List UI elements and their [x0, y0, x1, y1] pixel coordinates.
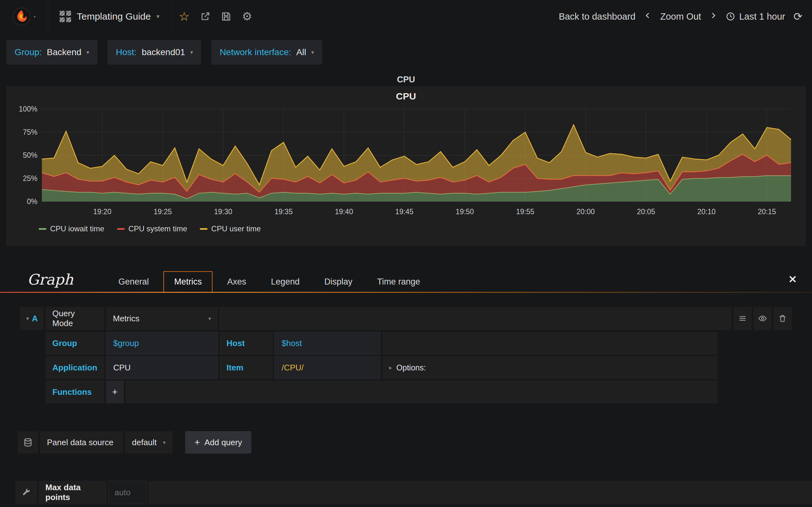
grafana-logo-menu[interactable]: ▾ [0, 0, 48, 33]
svg-text:20:05: 20:05 [637, 208, 655, 216]
svg-text:20:10: 20:10 [698, 208, 716, 216]
query-toggle-visibility-button[interactable] [753, 307, 772, 330]
close-icon [788, 274, 798, 284]
dashboard-actions: ☆ ⚙ [171, 0, 260, 33]
svg-text:19:40: 19:40 [335, 208, 353, 216]
query-menu-button[interactable] [733, 307, 752, 330]
series-color-icon [117, 228, 125, 230]
host-field-value: $host [282, 338, 302, 348]
svg-text:50%: 50% [23, 151, 38, 159]
datasource-select[interactable]: default ▾ [125, 431, 172, 453]
tab-time-range[interactable]: Time range [367, 272, 430, 292]
panel-editor-header: Graph GeneralMetricsAxesLegendDisplayTim… [0, 271, 812, 293]
back-to-dashboard-button[interactable]: Back to dashboard [559, 11, 636, 22]
query-ref-letter: A [32, 314, 38, 324]
legend-label: CPU user time [211, 224, 261, 233]
row-filler [148, 481, 812, 504]
clock-icon [726, 12, 735, 21]
editor-tabs: GeneralMetricsAxesLegendDisplayTime rang… [108, 271, 430, 292]
wrench-icon [21, 488, 31, 497]
variable-value: Backend [47, 47, 82, 57]
dashboard-grid-icon [60, 11, 71, 22]
functions-label: Functions [45, 381, 104, 403]
svg-text:19:30: 19:30 [214, 208, 233, 216]
panel-title[interactable]: CPU [0, 72, 812, 86]
caret-down-icon: ▾ [163, 440, 165, 446]
database-icon [23, 438, 33, 447]
save-dashboard-button[interactable] [216, 0, 237, 33]
template-variables-row: Group:Backend▾Host:backend01▾Network int… [0, 33, 812, 72]
zoom-out-button[interactable]: Zoom Out [660, 11, 701, 22]
tab-metrics[interactable]: Metrics [163, 271, 212, 292]
query-row-a: ▾ A Query Mode Metrics ▾ [20, 307, 792, 330]
share-dashboard-button[interactable] [195, 0, 216, 33]
cpu-graph[interactable]: 0%25%50%75%100%19:2019:2519:3019:3519:40… [11, 104, 801, 220]
dashboard-picker[interactable]: Templating Guide ▾ [48, 0, 171, 33]
plus-icon: + [194, 437, 200, 448]
chevron-right-icon [709, 10, 717, 21]
series-color-icon [39, 228, 46, 230]
tab-legend[interactable]: Legend [261, 272, 310, 292]
time-picker-button[interactable]: Last 1 hour [726, 11, 785, 22]
settings-button[interactable]: ⚙ [237, 0, 258, 33]
item-field-input[interactable]: /CPU/ [274, 356, 380, 379]
group-field-input[interactable]: $group [106, 332, 218, 354]
application-field-label: Application [45, 356, 104, 379]
menu-icon [738, 314, 747, 323]
caret-down-icon: ▾ [87, 49, 90, 56]
query-mode-select[interactable]: Metrics ▾ [106, 307, 218, 330]
legend-item[interactable]: CPU user time [200, 224, 261, 233]
variable-networkinterface-dropdown[interactable]: Network interface:All▾ [211, 40, 322, 65]
close-editor-button[interactable] [788, 274, 798, 288]
application-field-input[interactable]: CPU [106, 356, 218, 379]
refresh-button[interactable]: ⟳ [794, 10, 803, 23]
datasource-value: default [132, 438, 157, 447]
navbar-right: Back to dashboard Zoom Out Last 1 hour ⟳ [559, 0, 812, 33]
variable-host-dropdown[interactable]: Host:backend01▾ [107, 40, 201, 65]
query-row-group-host: Group $group Host $host [20, 332, 717, 354]
caret-down-icon: ▾ [34, 15, 36, 18]
variable-group-dropdown[interactable]: Group:Backend▾ [6, 40, 97, 65]
svg-text:19:20: 19:20 [93, 208, 112, 216]
graph-panel: CPU 0%25%50%75%100%19:2019:2519:3019:351… [6, 86, 806, 246]
datasource-row: Panel data source default ▾ + Add query [18, 431, 812, 453]
caret-down-icon: ▾ [156, 13, 159, 20]
caret-right-icon: ▸ [389, 364, 392, 371]
caret-down-icon: ▾ [311, 49, 314, 56]
options-label: Options: [397, 363, 426, 372]
tab-axes[interactable]: Axes [217, 272, 256, 292]
caret-down-icon: ▾ [26, 315, 29, 322]
query-mode-value: Metrics [113, 314, 140, 324]
host-field-input[interactable]: $host [274, 332, 380, 354]
max-data-points-row: Max data points [15, 481, 812, 504]
variable-label: Host: [116, 47, 136, 57]
time-shift-right-button[interactable] [709, 10, 717, 23]
item-field-value: /CPU/ [282, 363, 304, 373]
item-field-label: Item [219, 356, 273, 379]
legend-label: CPU iowait time [50, 224, 104, 233]
add-query-button[interactable]: + Add query [185, 431, 251, 453]
svg-text:75%: 75% [23, 128, 38, 136]
time-range-label: Last 1 hour [739, 11, 785, 22]
trash-icon [778, 314, 787, 323]
svg-text:19:35: 19:35 [274, 208, 293, 216]
legend-item[interactable]: CPU iowait time [39, 224, 104, 233]
svg-text:100%: 100% [19, 105, 38, 113]
top-navbar: ▾ Templating Guide ▾ ☆ ⚙ Back to dashboa… [0, 0, 812, 33]
row-filler [382, 332, 717, 354]
application-field-value: CPU [113, 363, 131, 373]
save-icon [221, 11, 232, 22]
star-dashboard-button[interactable]: ☆ [174, 0, 195, 33]
time-shift-left-button[interactable] [644, 10, 652, 23]
tab-display[interactable]: Display [314, 272, 362, 292]
query-delete-button[interactable] [773, 307, 792, 330]
tab-general[interactable]: General [108, 272, 159, 292]
graph-legend: CPU iowait timeCPU system timeCPU user t… [6, 220, 806, 233]
legend-item[interactable]: CPU system time [117, 224, 187, 233]
share-icon [200, 11, 211, 22]
max-data-points-input[interactable] [108, 481, 147, 504]
query-collapse-toggle[interactable]: ▾ A [20, 307, 44, 330]
add-function-button[interactable]: + [106, 381, 124, 403]
variable-label: Group: [14, 47, 42, 57]
options-toggle[interactable]: ▸ Options: [382, 356, 717, 379]
